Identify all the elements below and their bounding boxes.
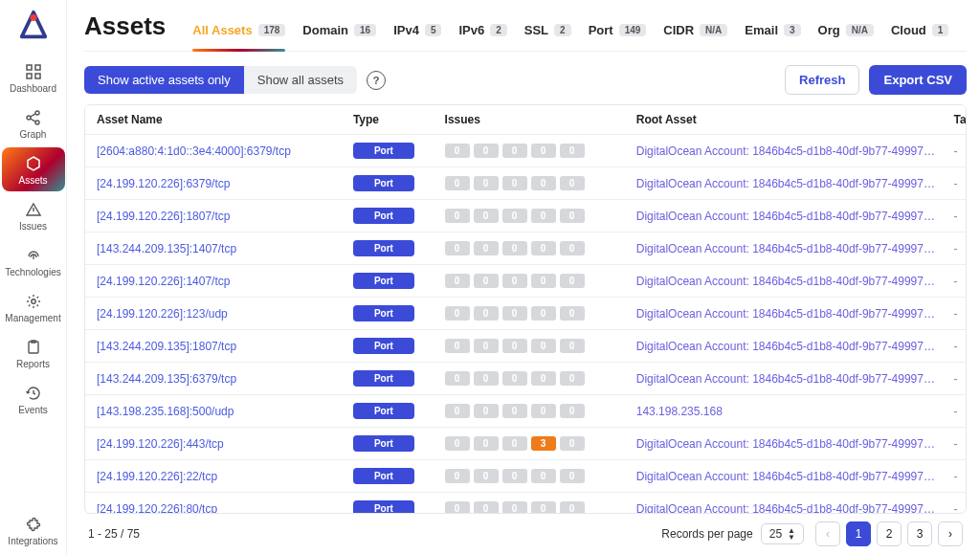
toolbar: Show active assets only Show all assets … — [84, 65, 967, 95]
issue-count-badge: 0 — [502, 469, 527, 483]
issue-count-badge: 0 — [445, 339, 470, 353]
issue-count-badge: 0 — [474, 176, 499, 190]
type-badge: Port — [353, 143, 414, 159]
asset-name-link[interactable]: [24.199.120.226]:22/tcp — [97, 470, 217, 483]
tags-cell: - — [946, 395, 966, 428]
table-row: [24.199.120.226]:123/udpPort00000Digital… — [85, 298, 966, 330]
issue-count-badge: 0 — [474, 469, 499, 483]
issue-count-badge: 0 — [560, 274, 585, 288]
issue-count-badge: 0 — [531, 404, 556, 418]
issue-count-badge: 0 — [474, 404, 499, 418]
tab-count-badge: 178 — [258, 24, 286, 36]
nav-label: Technologies — [5, 267, 60, 277]
show-all-assets-button[interactable]: Show all assets — [244, 66, 357, 94]
asset-name-link[interactable]: [24.199.120.226]:1407/tcp — [97, 275, 230, 288]
svg-point-5 — [27, 116, 31, 120]
col-type[interactable]: Type — [345, 105, 437, 135]
warning-icon — [25, 201, 42, 218]
help-icon[interactable]: ? — [367, 71, 386, 90]
tab-all-assets[interactable]: All Assets178 — [192, 23, 285, 43]
nav-assets[interactable]: Assets — [2, 147, 65, 191]
nav-management[interactable]: Management — [2, 285, 65, 329]
nav-label: Graph — [20, 129, 47, 140]
type-badge: Port — [353, 435, 414, 452]
root-asset-link[interactable]: DigitalOcean Account: 1846b4c5-d1b8-40df… — [636, 502, 939, 514]
root-asset-link[interactable]: DigitalOcean Account: 1846b4c5-d1b8-40df… — [636, 242, 939, 255]
col-asset-name[interactable]: Asset Name — [85, 105, 345, 135]
svg-point-7 — [35, 121, 39, 124]
main: Assets All Assets178Domain16IPv45IPv62SS… — [67, 0, 980, 554]
tab-count-badge: 149 — [619, 24, 647, 36]
issue-count-badge: 0 — [502, 404, 527, 418]
table-row: [24.199.120.226]:80/tcpPort00000DigitalO… — [85, 493, 966, 514]
tags-cell: - — [946, 200, 966, 233]
tab-ipv6[interactable]: IPv62 — [458, 23, 506, 43]
col-tags[interactable]: Tags — [946, 105, 966, 135]
col-root-asset[interactable]: Root Asset — [629, 105, 947, 135]
asset-name-link[interactable]: [143.244.209.135]:1807/tcp — [97, 340, 236, 353]
root-asset-link[interactable]: DigitalOcean Account: 1846b4c5-d1b8-40df… — [636, 437, 939, 451]
tab-ipv4[interactable]: IPv45 — [393, 23, 441, 43]
page-3[interactable]: 3 — [907, 521, 932, 546]
tab-org[interactable]: OrgN/A — [818, 23, 874, 43]
export-csv-button[interactable]: Export CSV — [869, 65, 967, 95]
root-asset-link[interactable]: DigitalOcean Account: 1846b4c5-d1b8-40df… — [636, 372, 939, 386]
rpp-select[interactable]: 25 ▲▼ — [761, 523, 804, 544]
show-active-assets-button[interactable]: Show active assets only — [84, 66, 244, 94]
asset-name-link[interactable]: [143.244.209.135]:1407/tcp — [97, 242, 236, 255]
asset-name-link[interactable]: [2604:a880:4:1d0::3e4:4000]:6379/tcp — [97, 144, 291, 158]
table-row: [24.199.120.226]:1407/tcpPort00000Digita… — [85, 265, 966, 298]
nav-issues[interactable]: Issues — [2, 193, 65, 237]
tab-email[interactable]: Email3 — [745, 23, 800, 43]
tab-label: SSL — [524, 23, 548, 37]
tab-count-badge: N/A — [846, 24, 874, 36]
asset-visibility-toggle: Show active assets only Show all assets — [84, 66, 357, 94]
nav-dashboard[interactable]: Dashboard — [2, 55, 65, 100]
nav-technologies[interactable]: Technologies — [2, 239, 65, 283]
fingerprint-icon — [25, 247, 42, 264]
nav-reports[interactable]: Reports — [2, 331, 65, 375]
nav-events[interactable]: Events — [2, 377, 65, 421]
asset-name-link[interactable]: [24.199.120.226]:6379/tcp — [97, 177, 230, 190]
page-2[interactable]: 2 — [877, 521, 902, 546]
root-asset-link[interactable]: DigitalOcean Account: 1846b4c5-d1b8-40df… — [636, 470, 939, 483]
issue-count-badge: 0 — [560, 404, 585, 418]
asset-name-link[interactable]: [143.198.235.168]:500/udp — [97, 405, 234, 418]
nav-integrations[interactable]: Integrations — [2, 508, 65, 552]
asset-name-link[interactable]: [24.199.120.226]:123/udp — [97, 307, 228, 321]
root-asset-link[interactable]: DigitalOcean Account: 1846b4c5-d1b8-40df… — [636, 144, 939, 158]
root-asset-link[interactable]: DigitalOcean Account: 1846b4c5-d1b8-40df… — [636, 177, 939, 190]
root-asset-link[interactable]: DigitalOcean Account: 1846b4c5-d1b8-40df… — [636, 340, 939, 353]
pagination-range: 1 - 25 / 75 — [88, 527, 140, 541]
tab-ssl[interactable]: SSL2 — [524, 23, 571, 43]
asset-name-link[interactable]: [24.199.120.226]:443/tcp — [97, 437, 224, 451]
table-viewport[interactable]: Asset Name Type Issues Root Asset Tags L… — [85, 105, 966, 513]
asset-name-link[interactable]: [24.199.120.226]:80/tcp — [97, 502, 217, 514]
table-row: [143.244.209.135]:1407/tcpPort00000Digit… — [85, 233, 966, 265]
tab-cloud[interactable]: Cloud1 — [891, 23, 948, 43]
root-asset-link[interactable]: DigitalOcean Account: 1846b4c5-d1b8-40df… — [636, 210, 939, 223]
tags-cell: - — [946, 167, 966, 200]
issue-count-badge: 0 — [560, 469, 585, 483]
page-1[interactable]: 1 — [846, 521, 871, 546]
tab-cidr[interactable]: CIDRN/A — [663, 23, 727, 43]
root-asset-link[interactable]: 143.198.235.168 — [636, 405, 939, 418]
asset-name-link[interactable]: [143.244.209.135]:6379/tcp — [97, 372, 236, 386]
asset-name-link[interactable]: [24.199.120.226]:1807/tcp — [97, 210, 230, 223]
issue-count-badge: 0 — [474, 209, 499, 223]
issue-count-badge: 0 — [502, 371, 527, 386]
tab-domain[interactable]: Domain16 — [302, 23, 376, 43]
root-asset-link[interactable]: DigitalOcean Account: 1846b4c5-d1b8-40df… — [636, 275, 939, 288]
nav-graph[interactable]: Graph — [2, 101, 65, 145]
page-prev[interactable]: ‹ — [815, 521, 840, 546]
records-per-page: Records per page 25 ▲▼ — [661, 523, 804, 544]
issue-count-badge: 0 — [560, 209, 585, 223]
col-issues[interactable]: Issues — [437, 105, 629, 135]
issue-count-badge: 0 — [445, 469, 470, 483]
table-row: [24.199.120.226]:1807/tcpPort00000Digita… — [85, 200, 966, 233]
tab-port[interactable]: Port149 — [589, 23, 647, 43]
page-next[interactable]: › — [938, 521, 963, 546]
refresh-button[interactable]: Refresh — [785, 65, 859, 95]
issue-count-badge: 0 — [502, 176, 527, 190]
root-asset-link[interactable]: DigitalOcean Account: 1846b4c5-d1b8-40df… — [636, 307, 939, 321]
